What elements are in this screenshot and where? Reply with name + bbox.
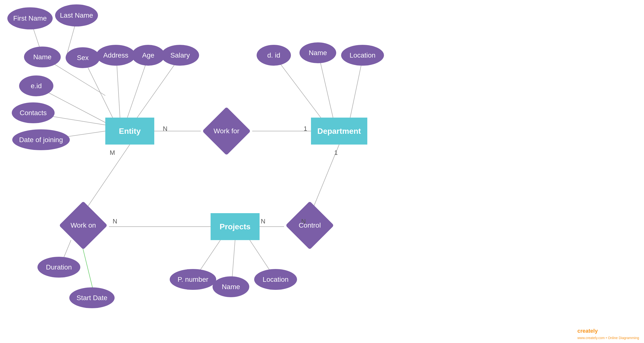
svg-line-12: [274, 56, 321, 118]
lastname-ellipse: Last Name: [55, 5, 98, 27]
creately-brand: creately: [578, 328, 598, 334]
duration-ellipse: Duration: [38, 257, 80, 278]
cardinality-m-entity-bottom: M: [110, 149, 115, 157]
age-ellipse: Age: [132, 45, 165, 66]
contacts-ellipse: Contacts: [12, 102, 54, 123]
location-dept-ellipse: Location: [341, 45, 384, 66]
cardinality-1-workfor-right: 1: [304, 125, 307, 133]
eid-ellipse: e.id: [19, 76, 54, 96]
workfor-label: Work for: [214, 127, 239, 135]
salary-ellipse: Salary: [161, 45, 199, 66]
workfor-diamond: Work for: [201, 118, 252, 145]
firstname-ellipse: First Name: [7, 7, 53, 30]
creately-tagline: www.creately.com • Online Diagramming: [578, 336, 639, 340]
name-emp-ellipse: Name: [24, 47, 61, 67]
entity-box: Entity: [105, 118, 154, 145]
cardinality-n-workon-right: N: [113, 218, 117, 225]
projects-label: Projects: [220, 222, 250, 231]
name-proj-ellipse: Name: [212, 276, 249, 297]
cardinality-1-dept-bottom: 1: [334, 149, 338, 157]
did-ellipse: d. id: [256, 45, 291, 66]
control-label: Control: [299, 221, 321, 229]
control-diamond: Control: [284, 212, 336, 239]
cardinality-n-workfor-left: N: [163, 125, 168, 133]
cardinality-n-projects-right: N: [261, 218, 266, 225]
entity-label: Entity: [119, 127, 141, 136]
pnumber-ellipse: P. number: [170, 269, 216, 290]
sex-ellipse: Sex: [66, 47, 100, 68]
address-ellipse: Address: [96, 45, 136, 66]
department-label: Department: [317, 127, 361, 136]
svg-line-15: [83, 145, 130, 213]
startdate-ellipse: Start Date: [69, 287, 114, 308]
creately-logo: creately www.creately.com • Online Diagr…: [578, 328, 639, 340]
name-dept-ellipse: Name: [300, 42, 336, 63]
doj-ellipse: Date of joining: [12, 129, 70, 150]
workon-label: Work on: [70, 221, 96, 229]
location-proj-ellipse: Location: [254, 269, 297, 290]
department-box: Department: [311, 118, 367, 145]
workon-diamond: Work on: [58, 212, 109, 239]
projects-box: Projects: [210, 213, 260, 240]
